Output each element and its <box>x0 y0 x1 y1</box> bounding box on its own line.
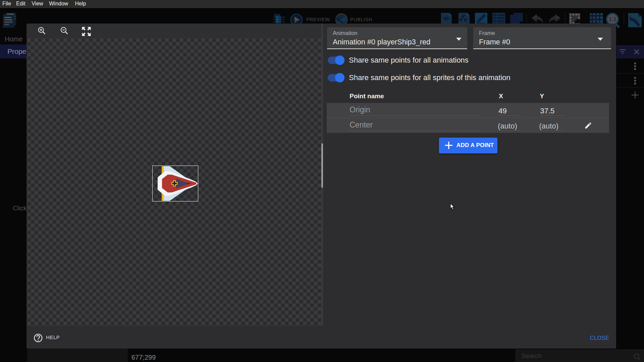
svg-text:1:1: 1:1 <box>609 16 616 22</box>
